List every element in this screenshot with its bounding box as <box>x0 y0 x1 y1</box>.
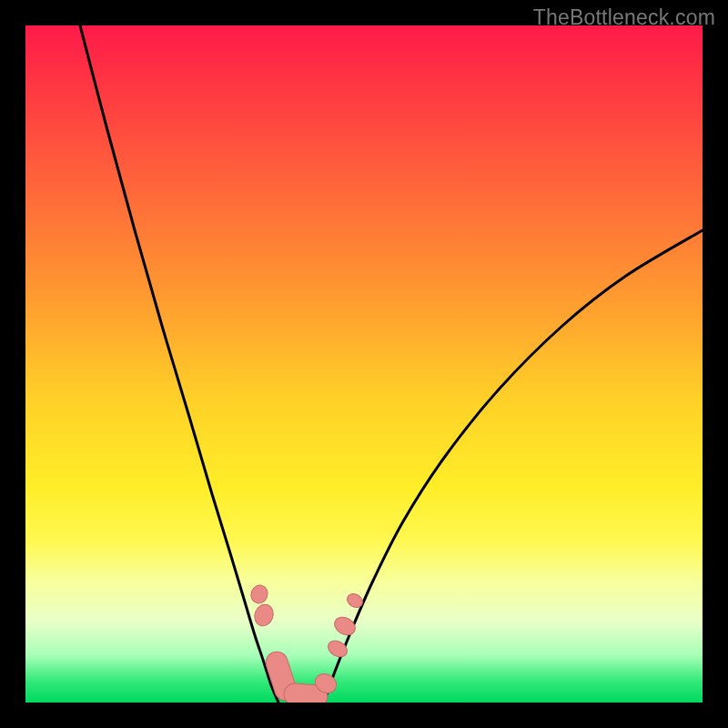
series-right-curve <box>324 230 703 703</box>
watermark-text: TheBottleneck.com <box>533 5 715 30</box>
series-left-curve <box>80 25 278 703</box>
chart-svg <box>25 25 703 703</box>
curve-layer <box>80 25 703 703</box>
marker-6 <box>331 613 359 639</box>
marker-1 <box>251 602 276 628</box>
plot-area <box>25 25 703 703</box>
outer-frame: TheBottleneck.com <box>0 0 728 728</box>
marker-0 <box>248 583 270 606</box>
